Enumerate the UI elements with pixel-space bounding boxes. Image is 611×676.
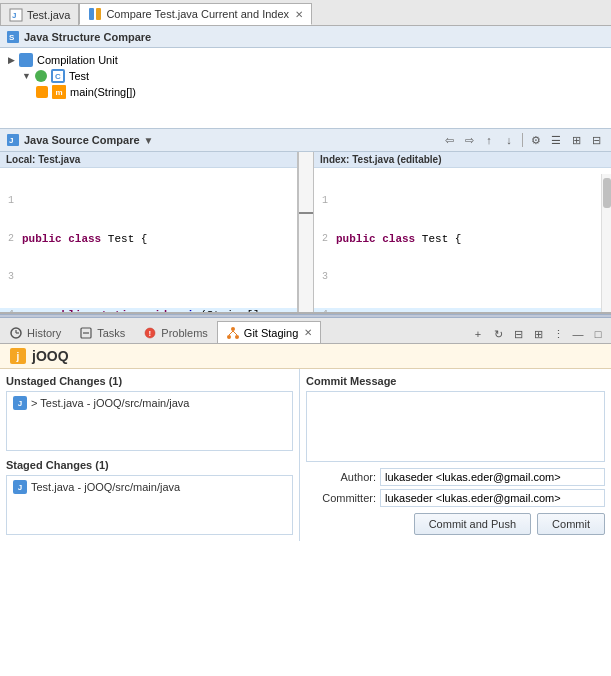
svg-point-16: [227, 335, 231, 339]
tab-test-java[interactable]: J Test.java: [0, 3, 79, 25]
tree-item-label: main(String[]): [70, 86, 136, 98]
tab-label: Test.java: [27, 9, 70, 21]
separator: [522, 133, 523, 147]
tool-btn-maximize[interactable]: □: [589, 325, 607, 343]
problems-icon: !: [143, 326, 157, 340]
list-item[interactable]: J > Test.java - jOOQ/src/main/java: [9, 394, 290, 412]
close-icon[interactable]: ✕: [295, 9, 303, 20]
code-line: 2public class Test {: [314, 232, 611, 246]
tool-btn-7[interactable]: ⊞: [567, 131, 585, 149]
git-right-panel: Commit Message Author: lukaseder <lukas.…: [300, 369, 611, 541]
toolbar: ⇦ ⇨ ↑ ↓ ⚙ ☰ ⊞ ⊟: [440, 131, 605, 149]
repo-icon: j: [10, 348, 26, 364]
close-icon[interactable]: ✕: [304, 327, 312, 338]
tab-label: Problems: [161, 327, 207, 339]
left-code-pane[interactable]: Local: Test.java 1 2public class Test { …: [0, 152, 298, 312]
commit-button[interactable]: Commit: [537, 513, 605, 535]
code-line: 1: [314, 194, 611, 208]
svg-rect-3: [96, 8, 101, 20]
bottom-tab-bar: History Tasks ! Problems: [0, 318, 611, 344]
source-compare-label: Java Source Compare: [24, 134, 140, 146]
file-name: > Test.java - jOOQ/src/main/java: [31, 397, 189, 409]
dropdown-arrow[interactable]: ▼: [144, 135, 154, 146]
svg-text:J: J: [12, 11, 16, 20]
repo-icon-letter: j: [17, 351, 20, 362]
git-repo-header: j jOOQ: [0, 344, 611, 369]
svg-line-18: [229, 331, 233, 335]
bottom-tab-tools: + ↻ ⊟ ⊞ ⋮ — □: [465, 325, 611, 343]
history-icon: [9, 326, 23, 340]
file-modified-icon: J: [13, 480, 27, 494]
repo-name: jOOQ: [32, 348, 69, 364]
staged-list[interactable]: J Test.java - jOOQ/src/main/java: [6, 475, 293, 535]
tool-btn-2[interactable]: ⇨: [460, 131, 478, 149]
java-file-icon: J: [9, 8, 23, 22]
commit-buttons: Commit and Push Commit: [306, 513, 605, 535]
tool-btn-4[interactable]: ↓: [500, 131, 518, 149]
unstaged-label: Unstaged Changes (1): [6, 375, 293, 387]
left-code-content: 1 2public class Test { 3 4 public static…: [0, 168, 297, 312]
tool-btn-1[interactable]: ⇦: [440, 131, 458, 149]
author-label: Author:: [306, 471, 376, 483]
tree-item[interactable]: ▶ Compilation Unit: [8, 52, 603, 68]
tool-btn-stage[interactable]: +: [469, 325, 487, 343]
source-compare-title: J Java Source Compare ▼: [6, 133, 153, 147]
tool-btn-6[interactable]: ☰: [547, 131, 565, 149]
source-icon: J: [6, 133, 20, 147]
tool-btn-3[interactable]: ↑: [480, 131, 498, 149]
scroll-thumb-v[interactable]: [603, 178, 611, 208]
pane-connector: [298, 152, 314, 312]
svg-text:!: !: [149, 329, 152, 338]
tool-btn-menu[interactable]: ⋮: [549, 325, 567, 343]
right-code-content: 1 2public class Test { 3 4 5 6} 7 8: [314, 168, 611, 312]
tool-btn-refresh[interactable]: ↻: [489, 325, 507, 343]
tab-tasks[interactable]: Tasks: [70, 321, 134, 343]
commit-and-push-button[interactable]: Commit and Push: [414, 513, 531, 535]
compare-icon: [88, 7, 102, 21]
staged-section: Staged Changes (1) J Test.java - jOOQ/sr…: [6, 459, 293, 535]
author-grid: Author: lukaseder <lukas.eder@gmail.com>…: [306, 468, 605, 507]
code-line: 4 public static void main(String[]: [0, 308, 297, 312]
unstaged-list[interactable]: J > Test.java - jOOQ/src/main/java: [6, 391, 293, 451]
tool-btn-minimize[interactable]: —: [569, 325, 587, 343]
expand-arrow: ▶: [8, 55, 15, 65]
unstaged-section: Unstaged Changes (1) J > Test.java - jOO…: [6, 375, 293, 451]
tree-item[interactable]: m main(String[]): [8, 84, 603, 100]
editor-section: S Java Structure Compare ▶ Compilation U…: [0, 26, 611, 314]
orange-sq-icon: [36, 86, 48, 98]
svg-point-15: [231, 327, 235, 331]
tab-compare[interactable]: Compare Test.java Current and Index ✕: [79, 3, 312, 25]
tool-btn-8[interactable]: ⊟: [587, 131, 605, 149]
green-circle-icon: [35, 70, 47, 82]
tab-problems[interactable]: ! Problems: [134, 321, 216, 343]
commit-message-input[interactable]: [306, 391, 605, 462]
code-line: 3: [314, 270, 611, 284]
list-item[interactable]: J Test.java - jOOQ/src/main/java: [9, 478, 290, 496]
code-area: Local: Test.java 1 2public class Test { …: [0, 152, 611, 312]
vertical-scrollbar[interactable]: [601, 174, 611, 312]
tab-git-staging[interactable]: Git Staging ✕: [217, 321, 321, 343]
tree-section: ▶ Compilation Unit ▼ C Test m main(Strin…: [0, 48, 611, 128]
right-code-pane[interactable]: Index: Test.java (editable) 1 2public cl…: [314, 152, 611, 312]
tree-item[interactable]: ▼ C Test: [8, 68, 603, 84]
tab-label: Git Staging: [244, 327, 298, 339]
tool-btn-5[interactable]: ⚙: [527, 131, 545, 149]
commit-msg-label: Commit Message: [306, 375, 605, 387]
code-line: 3: [0, 270, 297, 284]
tool-btn-expand[interactable]: ⊞: [529, 325, 547, 343]
tab-bar: J Test.java Compare Test.java Current an…: [0, 0, 611, 26]
code-line: 2public class Test {: [0, 232, 297, 246]
staged-label: Staged Changes (1): [6, 459, 293, 471]
structure-compare-header: S Java Structure Compare: [0, 26, 611, 48]
tab-history[interactable]: History: [0, 321, 70, 343]
author-value: lukaseder <lukas.eder@gmail.com>: [380, 468, 605, 486]
tool-btn-collapse[interactable]: ⊟: [509, 325, 527, 343]
tree-item-label: Compilation Unit: [37, 54, 118, 66]
tab-label: Tasks: [97, 327, 125, 339]
cu-icon: [19, 53, 33, 67]
tasks-icon: [79, 326, 93, 340]
code-line: 4: [314, 308, 611, 312]
structure-title: Java Structure Compare: [24, 31, 151, 43]
svg-rect-2: [89, 8, 94, 20]
bottom-tabs: History Tasks ! Problems: [0, 321, 321, 343]
